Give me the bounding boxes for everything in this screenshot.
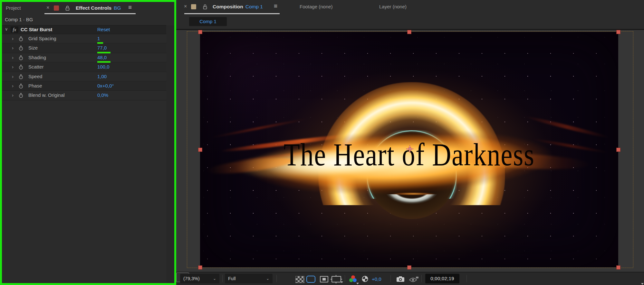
magnification-dropdown[interactable]: (79,3%) ⌄ [180,274,219,283]
effect-name[interactable]: CC Star Burst [21,27,52,32]
param-label: Shading [28,55,46,60]
param-row-shading[interactable]: › Shading 48,0 [2,53,174,62]
panel-group-color-swatch-icon [191,4,196,9]
stopwatch-icon[interactable] [18,74,24,81]
effect-header-row[interactable]: ∨ fx CC Star Burst Reset [2,25,174,34]
collapse-effect-icon[interactable]: ∨ [5,27,8,32]
toolbar-divider [390,275,391,282]
panel-menu-icon[interactable]: ≡ [128,4,132,11]
toolbar-divider [345,275,345,282]
panel-scroll-gutter[interactable] [166,25,174,283]
selection-handle-top-left[interactable] [198,30,202,34]
param-row-grid-spacing[interactable]: › Grid Spacing 1 [2,34,174,43]
selection-handle-top-center[interactable] [407,30,411,34]
expand-param-icon[interactable]: › [12,92,14,98]
breadcrumb: Comp 1 · BG [5,17,33,22]
selection-handle-top-right[interactable] [616,30,620,34]
param-label: Phase [28,83,42,88]
param-value[interactable]: 0x+0,0° [97,83,114,88]
anchor-point-icon[interactable] [406,145,414,154]
expand-param-icon[interactable]: › [12,64,14,69]
param-value[interactable]: 77,0 [97,45,107,51]
expand-param-icon[interactable]: › [12,83,14,88]
toolbar-divider [466,275,467,282]
param-label: Size [28,45,38,51]
lock-icon[interactable] [65,5,70,12]
stopwatch-icon[interactable] [18,64,24,71]
selection-handle-mid-right[interactable] [616,148,620,152]
panel-group-color-swatch-icon [54,5,59,11]
tab-project[interactable]: Project [6,5,21,11]
stopwatch-icon[interactable] [18,45,24,52]
resolution-value: Full [228,276,235,281]
param-row-size[interactable]: › Size 77,0 [2,43,174,53]
selection-handle-mid-left[interactable] [198,148,202,152]
subtab-comp-1[interactable]: Comp 1 [189,17,227,26]
current-time-field[interactable]: 0;00;02;19 [425,274,459,283]
expand-param-icon[interactable]: › [12,55,14,60]
channel-selector-button[interactable] [349,275,358,283]
stopwatch-icon[interactable] [18,93,24,99]
param-row-phase[interactable]: › Phase 0x+0,0° [2,81,174,91]
exposure-value[interactable]: +0,0 [372,272,381,285]
annotation-underline [97,61,111,63]
annotation-underline [97,42,103,44]
show-snapshot-button[interactable] [409,276,419,283]
param-value[interactable]: 0,0% [97,92,108,98]
take-snapshot-button[interactable] [396,276,405,283]
param-value[interactable]: 100,0 [97,64,110,69]
lock-icon[interactable] [203,4,207,11]
stopwatch-icon[interactable] [18,83,24,90]
param-label: Grid Spacing [28,36,56,41]
stopwatch-icon[interactable] [18,55,24,62]
expand-param-icon[interactable]: › [12,74,14,79]
param-value[interactable]: 1,00 [97,74,107,79]
param-label: Blend w. Original [28,92,65,98]
caret-icon [356,283,359,284]
viewer-subtab-row: Comp 1 [176,14,644,29]
tab-footage[interactable]: Footage (none) [300,4,333,9]
stopwatch-icon[interactable] [18,36,24,43]
annotation-underline [97,52,111,53]
active-tab-underline [44,13,136,14]
caret-icon [341,281,343,283]
param-label: Scatter [28,64,44,69]
param-row-blend[interactable]: › Blend w. Original 0,0% [2,91,174,100]
magnification-value: (79,3%) [183,276,200,281]
effect-controls-panel: Project × Effect Controls BG ≡ Comp 1 · … [2,2,174,283]
toolbar-divider [222,275,223,282]
selection-handle-bottom-right[interactable] [616,265,620,270]
composition-tabbar: × Composition Comp 1 ≡ Footage (none) La… [176,0,644,14]
transparency-grid-button[interactable] [295,276,304,283]
close-panel-icon[interactable]: × [184,4,187,9]
selection-handle-bottom-left[interactable] [198,265,202,270]
param-row-scatter[interactable]: › Scatter 100,0 [2,62,174,72]
left-panel-tabbar: Project × Effect Controls BG ≡ [2,2,174,15]
tab-composition-label: Composition [213,4,243,10]
close-panel-icon[interactable]: × [46,5,49,11]
grid-guides-button[interactable] [332,276,341,282]
tab-layer[interactable]: Layer (none) [379,4,407,9]
resolution-dropdown[interactable]: Full ⌄ [225,274,273,283]
composition-viewport[interactable]: The Heart of Darkness [176,30,644,272]
expand-param-icon[interactable]: › [12,36,14,41]
tab-effect-controls[interactable]: Effect Controls BG [76,5,121,11]
expand-param-icon[interactable]: › [12,45,14,51]
tab-effect-controls-target: BG [114,5,121,11]
caret-icon [641,283,644,285]
param-row-speed[interactable]: › Speed 1,00 [2,72,174,81]
panel-menu-icon[interactable]: ≡ [274,3,277,10]
tab-effect-controls-label: Effect Controls [76,5,111,11]
selection-handle-bottom-center[interactable] [407,265,411,270]
mask-visibility-button[interactable] [320,276,328,282]
param-value[interactable]: 48,0 [97,55,107,60]
param-value[interactable]: 1 [97,36,100,41]
fx-badge-icon: fx [11,26,18,33]
exposure-button[interactable] [361,275,369,284]
viewer-toolbar: (79,3%) ⌄ Full ⌄ [176,272,644,285]
param-label: Speed [28,74,42,79]
blue-channel-icon [353,278,357,282]
tab-composition[interactable]: Composition Comp 1 [213,4,263,10]
reset-effect-button[interactable]: Reset [97,27,110,32]
region-of-interest-button[interactable] [306,276,315,283]
